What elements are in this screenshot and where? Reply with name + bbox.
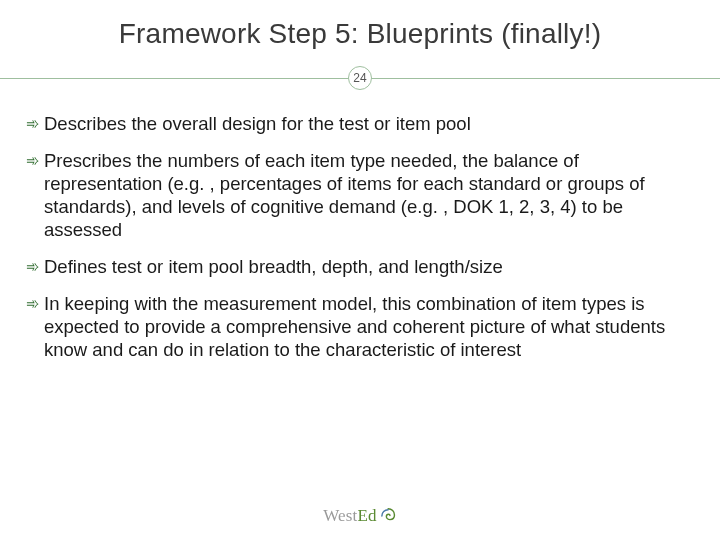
list-item: ➾ Describes the overall design for the t… [26,112,694,135]
logo-text-west: West [323,506,357,526]
footer-logo: WestEd [323,506,397,526]
bullet-text: Prescribes the numbers of each item type… [44,149,694,241]
bullet-glyph-icon: ➾ [26,112,44,135]
bullet-glyph-icon: ➾ [26,255,44,278]
slide: Framework Step 5: Blueprints (finally!) … [0,0,720,540]
page-number-badge: 24 [348,66,372,90]
bullet-text: In keeping with the measurement model, t… [44,292,694,361]
slide-title: Framework Step 5: Blueprints (finally!) [0,0,720,60]
bullet-text: Defines test or item pool breadth, depth… [44,255,694,278]
list-item: ➾ Defines test or item pool breadth, dep… [26,255,694,278]
logo-swirl-icon [379,507,397,525]
content-area: ➾ Describes the overall design for the t… [0,90,720,361]
bullet-glyph-icon: ➾ [26,149,44,172]
title-divider: 24 [0,66,720,90]
bullet-text: Describes the overall design for the tes… [44,112,694,135]
list-item: ➾ In keeping with the measurement model,… [26,292,694,361]
bullet-glyph-icon: ➾ [26,292,44,315]
logo-text-ed: Ed [358,506,377,526]
list-item: ➾ Prescribes the numbers of each item ty… [26,149,694,241]
